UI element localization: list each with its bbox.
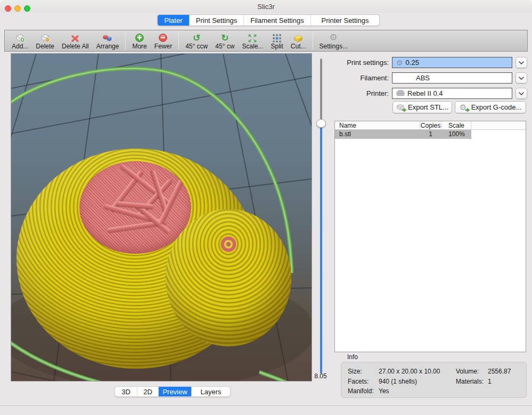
print-settings-dropdown-button[interactable] — [515, 57, 527, 68]
size-label: Size: — [348, 368, 362, 375]
layer-slider-thumb[interactable] — [316, 119, 326, 128]
plater-toolbar: Add... Delete Delete All Arrange More — [4, 30, 528, 52]
main-tab-bar: Plater Print Settings Filament Settings … — [157, 14, 380, 26]
cut-button[interactable]: Cut... — [287, 31, 310, 50]
materials-value: 1 — [488, 378, 492, 385]
green-plus-circle-icon — [135, 32, 144, 43]
gear-icon: ⚙ — [396, 59, 403, 67]
green-arrow-icon — [465, 107, 470, 113]
facets-value: 940 (1 shells) — [379, 378, 417, 385]
volume-value: 2556.87 — [488, 368, 511, 375]
cell-scale: 100% — [442, 130, 471, 139]
manifold-value: Yes — [379, 387, 389, 395]
scale-button[interactable]: Scale... — [238, 31, 267, 50]
box-minus-icon — [40, 32, 50, 43]
info-box: Size: 27.00 x 20.00 x 10.00 Volume: 2556… — [341, 362, 527, 398]
green-arrow-icon — [402, 107, 407, 113]
print-settings-select[interactable]: ⚙ 0.25 — [392, 57, 512, 68]
filament-label: Filament: — [317, 72, 389, 84]
view-3d-button[interactable]: 3D — [115, 387, 137, 396]
box-export-icon — [396, 103, 405, 112]
facets-label: Facets: — [348, 378, 369, 385]
chevron-down-icon — [519, 92, 524, 95]
export-gcode-button[interactable]: ⚙ Export G-code... — [455, 101, 526, 113]
printer-label: Printer: — [317, 88, 389, 99]
cubes-icon — [103, 32, 112, 43]
tab-print-settings[interactable]: Print Settings — [190, 15, 244, 26]
status-bar — [0, 406, 532, 415]
rotate-ccw-icon: ↺ — [193, 32, 200, 43]
tab-plater[interactable]: Plater — [158, 15, 190, 26]
toolbar-separator — [313, 32, 313, 49]
info-section-title: Info — [347, 353, 358, 361]
export-stl-button[interactable]: Export STL... — [392, 101, 452, 113]
cell-copies: 1 — [420, 130, 441, 139]
delete-button[interactable]: Delete — [32, 31, 58, 50]
size-value: 27.00 x 20.00 x 10.00 — [379, 368, 440, 375]
view-layers-button[interactable]: Layers — [192, 387, 230, 396]
slic3r-window: Slic3r Plater Print Settings Filament Se… — [0, 0, 532, 415]
layer-slider-track[interactable] — [320, 59, 322, 374]
chevron-down-icon — [519, 61, 524, 64]
cell-name: b.stl — [339, 130, 351, 139]
printer-dropdown-button[interactable] — [515, 88, 527, 99]
materials-label: Materials: — [456, 378, 484, 385]
fewer-button[interactable]: Fewer — [151, 31, 176, 50]
toolbar-separator — [178, 32, 179, 49]
delete-all-button[interactable]: Delete All — [58, 31, 93, 50]
column-header-scale[interactable]: Scale — [442, 121, 471, 130]
layer-slider-value: 8.05 — [310, 372, 331, 380]
printer-select[interactable]: Rebel II 0.4 — [392, 88, 512, 99]
print-settings-label: Print settings: — [317, 57, 389, 68]
window-title: Slic3r — [0, 0, 532, 13]
chevron-down-icon — [519, 77, 524, 80]
box-plus-icon — [15, 32, 25, 43]
yellow-box-icon — [294, 32, 302, 43]
split-button[interactable]: Split — [267, 31, 287, 50]
column-header-copies[interactable]: Copies — [420, 121, 441, 130]
view-2d-button[interactable]: 2D — [137, 387, 159, 396]
view-preview-button[interactable]: Preview — [159, 387, 192, 396]
title-bar[interactable]: Slic3r — [0, 0, 532, 13]
rotate-ccw-button[interactable]: ↺ 45° ccw — [182, 31, 211, 50]
add-button[interactable]: Add... — [8, 31, 32, 50]
object-list: Name Copies Scale b.stl 1 100% — [334, 121, 526, 352]
object-list-header: Name Copies Scale — [335, 121, 526, 130]
settings-button[interactable]: ⚙ Settings... — [316, 31, 351, 50]
tab-printer-settings[interactable]: Printer Settings — [311, 15, 379, 26]
red-minus-circle-icon — [158, 32, 168, 43]
table-row[interactable]: b.stl 1 100% — [335, 130, 526, 139]
model-small-dome — [166, 209, 291, 346]
split-dots-icon — [273, 32, 281, 43]
gear-export-icon: ⚙ — [460, 103, 469, 112]
more-button[interactable]: More — [128, 31, 150, 50]
tab-filament-settings[interactable]: Filament Settings — [244, 15, 311, 26]
view-mode-switcher: 3D 2D Preview Layers — [114, 386, 231, 397]
toolbar-separator — [125, 32, 126, 49]
infill-top-large — [79, 161, 191, 254]
scale-arrows-icon — [248, 32, 257, 43]
column-header-name[interactable]: Name — [339, 121, 356, 130]
manifold-label: Manifold: — [348, 387, 374, 395]
filament-dropdown-button[interactable] — [515, 72, 527, 84]
arrange-button[interactable]: Arrange — [93, 31, 123, 50]
red-cross-icon — [71, 32, 79, 43]
3d-viewport[interactable] — [11, 53, 312, 381]
gear-icon: ⚙ — [330, 32, 338, 43]
volume-label: Volume: — [456, 368, 479, 375]
filament-select[interactable]: ABS — [392, 72, 512, 84]
rotate-cw-button[interactable]: ↻ 45° cw — [211, 31, 238, 50]
printer-icon — [396, 90, 405, 97]
rotate-cw-icon: ↻ — [221, 32, 228, 43]
infill-donut-small — [219, 235, 238, 254]
